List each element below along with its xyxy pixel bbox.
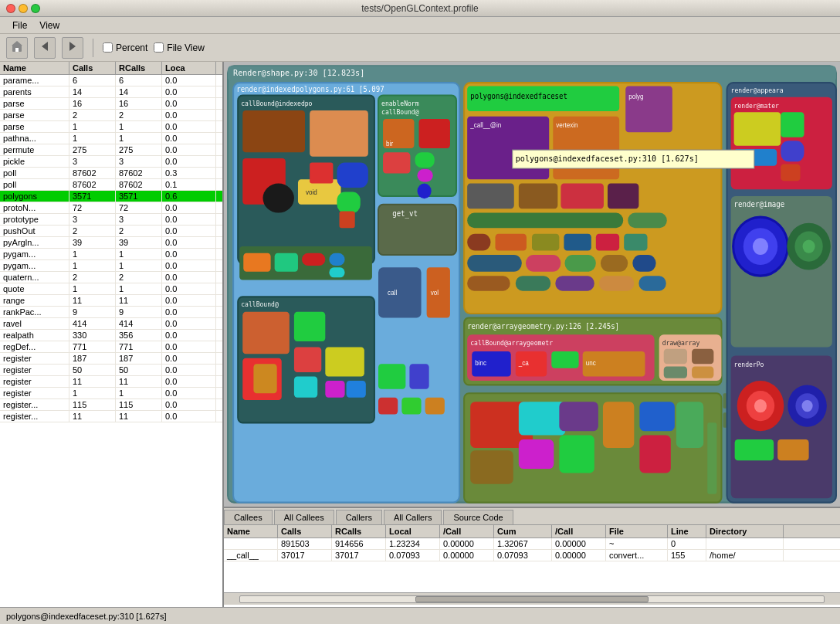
svg-rect-124 <box>639 436 670 473</box>
table-row[interactable]: parse 2 2 0.0 <box>0 110 222 121</box>
table-row[interactable]: pygam... 1 1 0.0 <box>0 260 222 272</box>
table-row[interactable]: parse 16 16 0.0 <box>0 98 222 110</box>
table-row[interactable]: rankPac... 9 9 0.0 <box>0 307 222 318</box>
svg-rect-33 <box>419 119 450 148</box>
svg-rect-104 <box>551 351 578 368</box>
svg-rect-126 <box>707 422 716 493</box>
bcell-dir <box>706 538 784 549</box>
tab-callers[interactable]: Callers <box>336 510 382 524</box>
svg-rect-84 <box>564 255 595 272</box>
table-row[interactable]: quote 1 1 0.0 <box>0 283 222 295</box>
cell-rcalls: 1 <box>116 388 162 398</box>
table-row[interactable]: pushOut 2 2 0.0 <box>0 226 222 237</box>
forward-button[interactable] <box>62 37 83 59</box>
svg-rect-134 <box>781 141 804 161</box>
svg-rect-15 <box>263 184 294 213</box>
table-row[interactable]: pickle 3 3 0.0 <box>0 156 222 168</box>
bcell-call2: 0.00000 <box>552 550 606 561</box>
table-row[interactable]: register 11 11 0.0 <box>0 376 222 388</box>
table-row[interactable]: pyArgln... 39 39 0.0 <box>0 237 222 249</box>
bottom-table-body[interactable]: 891503 914656 1.23234 0.00000 1.32067 0.… <box>224 538 840 592</box>
bcell-file: ~ <box>606 538 668 549</box>
file-view-checkbox[interactable] <box>154 42 164 53</box>
tab-source-code[interactable]: Source Code <box>443 510 513 524</box>
home-button[interactable] <box>6 37 28 59</box>
svg-point-151 <box>802 400 813 412</box>
minimize-button[interactable] <box>19 4 28 13</box>
cell-rcalls: 9 <box>116 307 162 317</box>
cell-rcalls: 771 <box>116 341 162 352</box>
table-row[interactable]: parents 14 14 0.0 <box>0 86 222 98</box>
cell-rcalls: 356 <box>116 330 162 341</box>
scrollbar-track[interactable] <box>239 595 825 603</box>
svg-rect-35 <box>383 152 410 173</box>
bottom-table-row[interactable]: 891503 914656 1.23234 0.00000 1.32067 0.… <box>224 538 840 550</box>
svg-rect-108 <box>692 349 713 365</box>
menu-view[interactable]: View <box>33 19 66 32</box>
percent-checkbox-label[interactable]: Percent <box>103 42 147 53</box>
svg-text:callBound@: callBound@ <box>381 108 419 116</box>
table-row[interactable]: protoN... 72 72 0.0 <box>0 202 222 214</box>
table-row[interactable]: quatern... 2 2 0.0 <box>0 272 222 283</box>
bheader-cum: Cum <box>494 525 552 538</box>
cell-calls: 72 <box>69 202 116 213</box>
table-row[interactable]: polygons 3571 3571 0.6 <box>0 191 222 202</box>
tab-all-callers[interactable]: All Callers <box>384 510 442 524</box>
maximize-button[interactable] <box>31 4 40 13</box>
bcell-local: 0.07093 <box>386 550 440 561</box>
tab-callees[interactable]: Callees <box>224 510 273 524</box>
table-row[interactable]: poll 87602 87602 0.3 <box>0 168 222 179</box>
cell-rcalls: 72 <box>116 202 162 213</box>
svg-rect-80 <box>596 234 619 251</box>
cell-name: rankPac... <box>0 307 69 317</box>
svg-text:get_vt: get_vt <box>392 209 418 218</box>
svg-rect-57 <box>409 364 428 389</box>
table-row[interactable]: register... 115 115 0.0 <box>0 399 222 411</box>
percent-checkbox[interactable] <box>103 42 113 53</box>
table-body[interactable]: parame... 6 6 0.0 parents 14 14 0.0 pars… <box>0 75 222 607</box>
table-row[interactable]: register 50 50 0.0 <box>0 365 222 376</box>
back-button[interactable] <box>34 37 56 59</box>
cell-calls: 39 <box>69 237 116 248</box>
svg-rect-60 <box>425 398 445 415</box>
bottom-scrollbar[interactable] <box>224 592 840 605</box>
bottom-tabs: Callees All Callees Callers All Callers … <box>224 508 840 525</box>
table-row[interactable]: range 11 11 0.0 <box>0 295 222 307</box>
svg-rect-88 <box>516 276 550 291</box>
bottom-table-row[interactable]: __call__ 37017 37017 0.07093 0.00000 0.0… <box>224 550 840 561</box>
cell-local: 0.0 <box>162 226 216 236</box>
cell-calls: 6 <box>69 75 116 86</box>
tab-all-callees[interactable]: All Callees <box>274 510 334 524</box>
svg-point-143 <box>803 239 815 253</box>
table-row[interactable]: prototype 3 3 0.0 <box>0 214 222 226</box>
cell-name: poll <box>0 179 69 190</box>
table-row[interactable]: realpath 330 356 0.0 <box>0 330 222 341</box>
svg-rect-77 <box>496 234 527 251</box>
table-row[interactable]: pathna... 1 1 0.0 <box>0 133 222 144</box>
scrollbar-thumb[interactable] <box>415 596 649 602</box>
svg-rect-45 <box>253 364 276 393</box>
table-row[interactable]: regDef... 771 771 0.0 <box>0 341 222 353</box>
table-row[interactable]: permute 275 275 0.0 <box>0 144 222 156</box>
svg-rect-125 <box>676 402 703 448</box>
close-button[interactable] <box>6 4 15 13</box>
viz-area[interactable]: Render@shape.py:30 [12.823s] render@inde… <box>224 62 840 507</box>
cell-rcalls: 115 <box>116 399 162 410</box>
menu-file[interactable]: File <box>6 19 33 32</box>
cell-calls: 1 <box>69 283 116 294</box>
svg-text:renderPo: renderPo <box>734 360 764 368</box>
table-row[interactable]: register 187 187 0.0 <box>0 353 222 365</box>
table-row[interactable]: ravel 414 414 0.0 <box>0 318 222 330</box>
table-row[interactable]: register... 11 11 0.0 <box>0 411 222 422</box>
table-row[interactable]: parse 1 1 0.0 <box>0 121 222 133</box>
bcell-call2: 0.00000 <box>552 538 606 549</box>
table-row[interactable]: pygam... 1 1 0.0 <box>0 249 222 260</box>
svg-rect-75 <box>628 213 667 229</box>
window-controls[interactable] <box>6 4 40 13</box>
cell-name: register... <box>0 411 69 422</box>
table-row[interactable]: parame... 6 6 0.0 <box>0 75 222 86</box>
table-row[interactable]: poll 87602 87602 0.1 <box>0 179 222 191</box>
file-view-checkbox-label[interactable]: File View <box>154 42 204 53</box>
cell-name: pickle <box>0 156 69 167</box>
table-row[interactable]: register 1 1 0.0 <box>0 388 222 399</box>
